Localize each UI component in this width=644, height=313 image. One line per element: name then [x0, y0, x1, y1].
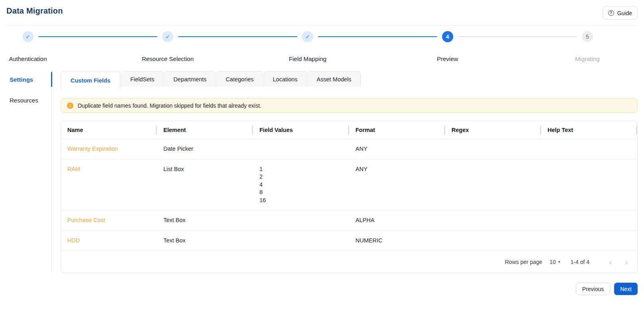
step-circle: ✓ — [22, 31, 33, 42]
cell-regex — [445, 159, 541, 211]
page-title: Data Migration — [6, 6, 63, 16]
cell-regex — [445, 139, 541, 159]
warning-icon: ! — [67, 102, 73, 109]
table-row: RAM List Box 1 2 4 8 16 ANY — [61, 159, 637, 211]
stepper-connector — [178, 36, 297, 37]
check-icon: ✓ — [165, 33, 170, 40]
field-name-link[interactable]: HDD — [61, 231, 157, 251]
field-name-link[interactable]: RAM — [61, 159, 157, 211]
cell-regex — [445, 231, 541, 251]
step-number: 5 — [586, 33, 589, 40]
cell-help-text — [541, 139, 637, 159]
step-label: Authentication — [9, 55, 47, 62]
cell-format: NUMERIC — [349, 231, 445, 251]
step-migrating: 5 Migrating — [575, 31, 600, 62]
tab-label: Departments — [173, 76, 206, 83]
check-icon: ✓ — [26, 33, 30, 40]
duplicate-warning-banner: ! Duplicate field names found. Migration… — [61, 98, 638, 113]
cell-help-text — [541, 211, 637, 230]
cell-element: Text Box — [157, 211, 253, 230]
wizard-stepper: ✓ Authentication ✓ Resource Selection ✓ … — [0, 31, 644, 65]
next-button[interactable]: Next — [614, 283, 638, 295]
chevron-right-icon: › — [625, 257, 628, 266]
check-icon: ✓ — [305, 33, 310, 40]
step-circle: 5 — [582, 31, 593, 42]
tab-categories[interactable]: Categories — [216, 71, 263, 87]
previous-page-button[interactable]: ‹ — [605, 257, 616, 267]
main-area: Settings Resources Custom Fields FieldSe… — [0, 71, 644, 273]
tab-departments[interactable]: Departments — [164, 71, 216, 87]
chevron-down-icon: ▾ — [558, 260, 560, 264]
step-preview[interactable]: 4 Preview — [437, 31, 458, 62]
cell-format: ANY — [349, 139, 445, 159]
custom-fields-table: Name Element Field Values Format Regex H… — [61, 121, 638, 273]
step-field-mapping[interactable]: ✓ Field Mapping — [289, 31, 326, 62]
guide-button[interactable]: ? Guide — [603, 6, 638, 20]
next-page-button[interactable]: › — [621, 257, 632, 267]
sidebar-item-settings[interactable]: Settings — [0, 71, 51, 88]
content-panel: Custom Fields FieldSets Departments Cate… — [61, 71, 638, 273]
sidebar-item-label: Resources — [10, 97, 38, 104]
cell-field-values: 1 2 4 8 16 — [253, 159, 349, 211]
step-circle: ✓ — [302, 31, 313, 42]
tab-label: Custom Fields — [71, 77, 110, 84]
table-row: Warranty Expiration Date Picker ANY — [61, 139, 637, 159]
previous-button[interactable]: Previous — [576, 283, 610, 295]
help-circle-icon: ? — [608, 10, 614, 16]
rows-per-page-label: Rows per page — [505, 259, 542, 265]
header-divider — [6, 25, 638, 26]
column-header-name: Name — [61, 121, 157, 139]
field-name-link[interactable]: Purchase Cost — [61, 211, 157, 230]
cell-element: Text Box — [157, 231, 253, 251]
step-label: Resource Selection — [142, 55, 194, 62]
sidebar: Settings Resources — [0, 71, 52, 273]
cell-help-text — [541, 231, 637, 251]
rows-per-page-value: 10 — [550, 259, 556, 265]
column-header-regex: Regex — [445, 121, 541, 139]
cell-element: Date Picker — [157, 139, 253, 159]
tab-label: Asset Models — [317, 76, 351, 83]
column-header-element: Element — [157, 121, 253, 139]
tab-custom-fields[interactable]: Custom Fields — [61, 71, 120, 89]
page-header: Data Migration ? Guide — [0, 0, 644, 20]
step-number: 4 — [446, 33, 449, 40]
tab-label: FieldSets — [130, 76, 154, 83]
tab-bar: Custom Fields FieldSets Departments Cate… — [61, 71, 638, 89]
cell-help-text — [541, 159, 637, 211]
step-circle: 4 — [442, 31, 453, 42]
cell-field-values — [253, 211, 349, 230]
cell-element: List Box — [157, 159, 253, 211]
guide-button-label: Guide — [617, 10, 632, 16]
step-circle: ✓ — [162, 31, 173, 42]
data-migration-page: Data Migration ? Guide ✓ Authentication … — [0, 0, 644, 313]
column-header-field-values: Field Values — [253, 121, 349, 139]
step-resource-selection[interactable]: ✓ Resource Selection — [142, 31, 194, 62]
pagination-range: 1-4 of 4 — [571, 259, 589, 265]
warning-message: Duplicate field names found. Migration s… — [78, 102, 261, 109]
step-label: Preview — [437, 55, 458, 62]
cell-format: ALPHA — [349, 211, 445, 230]
tab-fieldsets[interactable]: FieldSets — [121, 71, 163, 87]
stepper-connector — [458, 36, 577, 37]
sidebar-item-label: Settings — [10, 76, 33, 83]
table-header-row: Name Element Field Values Format Regex H… — [61, 121, 637, 139]
cell-field-values — [253, 139, 349, 159]
tab-locations[interactable]: Locations — [264, 71, 307, 87]
cell-format: ANY — [349, 159, 445, 211]
column-header-help-text: Help Text — [541, 121, 637, 139]
stepper-connector — [38, 36, 157, 37]
stepper-connector — [318, 36, 437, 37]
sidebar-item-resources[interactable]: Resources — [0, 92, 51, 108]
tab-asset-models[interactable]: Asset Models — [308, 71, 361, 87]
table-row: Purchase Cost Text Box ALPHA — [61, 211, 637, 231]
cell-regex — [445, 211, 541, 230]
cell-field-values — [253, 231, 349, 251]
column-header-format: Format — [349, 121, 445, 139]
table-row: HDD Text Box NUMERIC — [61, 231, 637, 251]
chevron-left-icon: ‹ — [609, 257, 612, 266]
step-authentication[interactable]: ✓ Authentication — [9, 31, 47, 62]
rows-per-page-select[interactable]: 10 ▾ — [550, 259, 560, 265]
field-name-link[interactable]: Warranty Expiration — [61, 139, 157, 159]
step-label: Migrating — [575, 55, 600, 62]
wizard-footer: Previous Next — [0, 283, 638, 295]
